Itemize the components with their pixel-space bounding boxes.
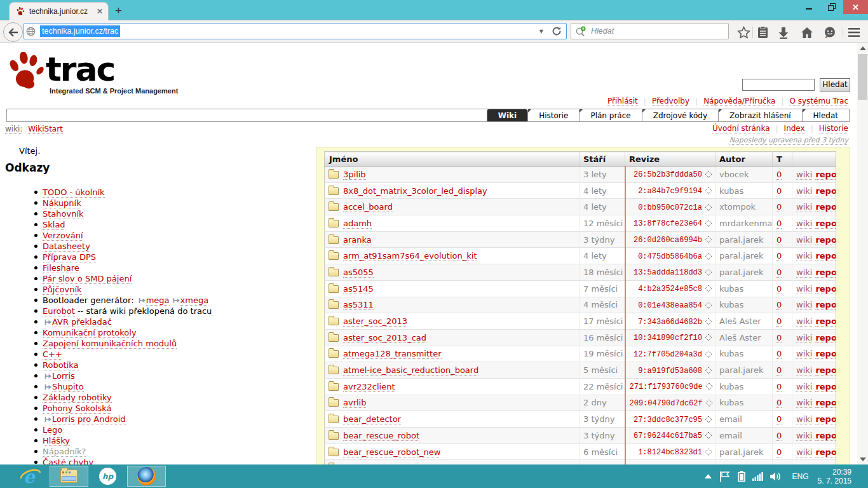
changeset-diamond-icon[interactable] [705,334,712,341]
tickets-link[interactable]: 0 [776,349,782,359]
tickets-link[interactable]: 0 [776,333,782,343]
repo-name-link[interactable]: avr232client [343,382,395,392]
taskbar-firefox-icon[interactable] [127,466,166,487]
wiki-link[interactable]: Lorris [52,371,75,381]
changeset-diamond-icon[interactable] [705,448,712,455]
tickets-link[interactable]: 0 [776,268,782,278]
metanav-link[interactable]: O systému Trac [789,97,848,106]
column-header-Jméno[interactable]: Jméno [325,152,580,166]
column-header-links[interactable] [792,152,836,166]
revision-link[interactable]: 27:3ddc8c377c95 [634,416,702,424]
tickets-link[interactable]: 0 [776,170,782,180]
breadcrumb-page-link[interactable]: WikiStart [28,125,63,134]
wiki-link[interactable]: Pohony Sokolská [43,403,111,414]
nav-tab-zobrazit-hl-en-[interactable]: Zobrazit hlášení [718,109,802,121]
revision-link[interactable]: 9:a919fd53a608 [638,367,702,376]
revision-link[interactable]: 26:5b2b3fddda50 [634,170,702,179]
wiki-link[interactable]: Nákupník [43,198,81,208]
changeset-diamond-icon[interactable] [705,269,712,276]
repo-browse-link[interactable]: repo [815,414,836,424]
repo-browse-link[interactable]: repo [815,333,836,343]
revision-link[interactable]: 13:8f78cfe23e64 [634,219,702,228]
wiki-link[interactable]: Sklad [43,220,65,230]
changeset-diamond-icon[interactable] [705,367,712,374]
trac-search-input[interactable] [742,79,815,91]
urlbar-dropdown-icon[interactable]: ▼ [534,29,549,34]
wiki-page-link[interactable]: wiki [796,333,812,343]
wiki-link[interactable]: Časté chyby [43,458,93,464]
wiki-link[interactable]: Lorris pro Android [52,414,126,424]
repo-name-link[interactable]: accel_board [343,202,393,212]
column-header-Stáří[interactable]: Stáří [580,152,625,166]
revision-link[interactable]: 0:475db5864b6a [638,252,702,261]
page-scrollbar[interactable] [857,43,868,464]
revision-link[interactable]: 4:b2a3524e85c8 [638,285,702,294]
wiki-link[interactable]: Hlášky [43,436,70,446]
wiki-page-link[interactable]: wiki [796,349,812,359]
home-icon[interactable] [799,25,815,40]
revision-link[interactable]: 7:343a66d4682b [638,318,702,327]
changeset-diamond-icon[interactable] [705,285,712,292]
taskbar-hp-icon[interactable]: hp [88,466,127,487]
wiki-link[interactable]: Fileshare [43,263,79,273]
window-close-button[interactable]: ✕ [843,0,868,14]
tickets-link[interactable]: 0 [776,219,782,229]
tickets-link[interactable]: 0 [776,382,782,392]
nav-tab-wiki[interactable]: Wiki [487,109,527,121]
changeset-diamond-icon[interactable] [705,220,712,227]
tickets-link[interactable]: 0 [776,365,782,376]
column-header-Revize[interactable]: Revize [625,152,715,166]
repo-browse-link[interactable]: repo [815,382,836,392]
repo-browse-link[interactable]: repo [815,251,836,261]
repo-browse-link[interactable]: repo [815,235,836,245]
wiki-link[interactable]: Pár slov o SMD pájení [43,274,132,284]
browser-tab[interactable]: technika.junior.cz ✕ [9,2,109,20]
revision-link[interactable]: 0:01e438eaa854 [638,301,702,310]
column-header-Autor[interactable]: Autor [715,152,773,166]
search-engine-icon[interactable] [575,26,587,37]
tickets-link[interactable]: 0 [776,447,782,458]
repo-name-link[interactable]: atmel-ice_basic_reduction_board [343,365,478,376]
downloads-icon[interactable] [776,25,791,40]
url-text[interactable]: technika.junior.cz/trac [40,25,120,37]
trac-logo-text[interactable]: trac [46,50,114,88]
wiki-page-link[interactable]: wiki [796,202,812,212]
revision-link[interactable]: 10:341890cf2f10 [634,334,702,342]
wiki-link[interactable]: Stahovník [43,209,84,219]
tray-battery-icon[interactable] [738,471,745,482]
changeset-diamond-icon[interactable] [705,399,712,406]
repo-name-link[interactable]: as5055 [343,268,374,278]
repo-name-link[interactable]: aster_soc_2013 [343,316,407,327]
wiki-page-link[interactable]: wiki [796,268,812,278]
tickets-link[interactable]: 0 [776,398,782,408]
wiki-page-link[interactable]: wiki [796,398,812,408]
nav-tab-hledat[interactable]: Hledat [802,109,849,121]
wiki-link[interactable]: Robotika [43,360,79,370]
tickets-link[interactable]: 0 [776,235,782,245]
scrollbar-thumb[interactable] [858,54,867,100]
last-modified-note[interactable]: Naposledy upravena před 3 týdny [729,136,848,145]
tray-network-icon[interactable] [752,472,763,481]
wiki-page-link[interactable]: wiki [796,316,812,327]
tray-language-indicator[interactable]: ENG [792,472,809,481]
revision-link[interactable]: 209:04790d7dc62f [630,399,703,408]
column-header-T[interactable]: T [773,152,792,166]
wiki-link[interactable]: C++ [43,349,62,360]
repo-name-link[interactable]: adamh [343,219,372,229]
tickets-link[interactable]: 0 [776,186,782,196]
tab-close-icon[interactable]: ✕ [97,7,103,16]
revision-link[interactable]: 67:96244c617ba5 [634,431,702,440]
ctxtnav-link[interactable]: Historie [819,124,848,133]
wiki-link[interactable]: Verzování [43,231,83,241]
metanav-link[interactable]: Přihlásit [607,97,638,106]
tickets-link[interactable]: 0 [776,202,782,212]
reload-icon[interactable] [552,26,562,36]
hello-chat-icon[interactable] [822,25,837,40]
ctxtnav-link[interactable]: Index [784,124,805,133]
wiki-link[interactable]: Eurobot [43,306,75,316]
wiki-page-link[interactable]: wiki [796,251,812,261]
tray-action-center-flag-icon[interactable] [720,471,729,482]
revision-link[interactable]: 1:8124bc8323d1 [638,448,702,457]
repo-name-link[interactable]: avrlib [343,398,366,408]
revision-link[interactable]: 2:a84b7c9f9194 [638,187,702,196]
